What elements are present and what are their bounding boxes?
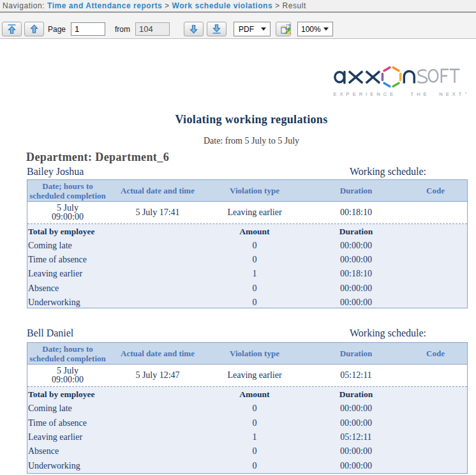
svg-text:THE: THE — [411, 91, 430, 97]
svg-text:EXPERIENCE: EXPERIENCE — [334, 91, 397, 97]
svg-text:NEXT°: NEXT° — [439, 91, 470, 97]
